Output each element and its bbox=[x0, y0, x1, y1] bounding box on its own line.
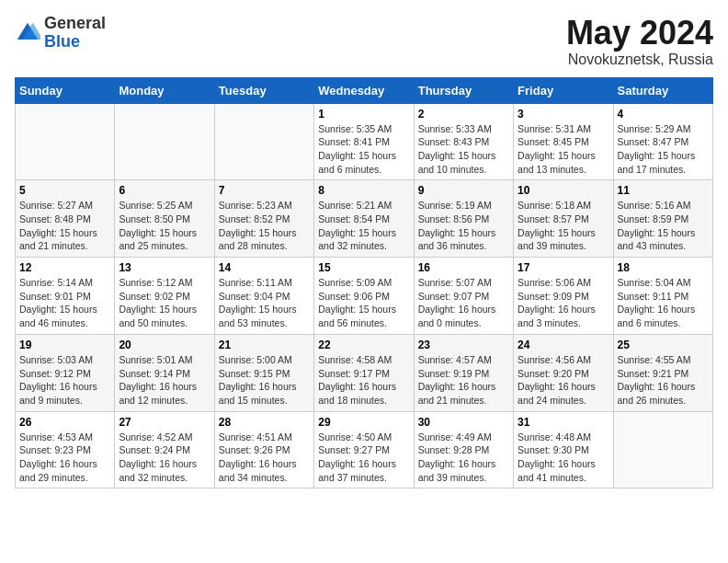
day-info: Sunrise: 4:50 AM Sunset: 9:27 PM Dayligh… bbox=[318, 431, 409, 485]
day-cell bbox=[613, 411, 712, 488]
day-number: 10 bbox=[518, 184, 609, 197]
weekday-saturday: Saturday bbox=[613, 77, 712, 103]
day-number: 23 bbox=[418, 339, 509, 351]
day-info: Sunrise: 5:01 AM Sunset: 9:14 PM Dayligh… bbox=[119, 353, 210, 408]
day-number: 31 bbox=[518, 416, 609, 429]
logo-blue-text: Blue bbox=[44, 32, 80, 51]
day-number: 21 bbox=[219, 339, 310, 351]
day-info: Sunrise: 5:04 AM Sunset: 9:11 PM Dayligh… bbox=[618, 276, 709, 330]
calendar-body: 1Sunrise: 5:35 AM Sunset: 8:41 PM Daylig… bbox=[16, 103, 713, 488]
weekday-header-row: SundayMondayTuesdayWednesdayThursdayFrid… bbox=[16, 77, 713, 103]
month-year-title: May 2024 bbox=[566, 15, 713, 52]
day-number: 24 bbox=[518, 339, 609, 351]
day-info: Sunrise: 4:55 AM Sunset: 9:21 PM Dayligh… bbox=[618, 353, 709, 408]
day-cell: 21Sunrise: 5:00 AM Sunset: 9:15 PM Dayli… bbox=[214, 334, 313, 411]
day-info: Sunrise: 4:57 AM Sunset: 9:19 PM Dayligh… bbox=[418, 353, 509, 408]
calendar-header: SundayMondayTuesdayWednesdayThursdayFrid… bbox=[16, 77, 713, 103]
day-cell: 7Sunrise: 5:23 AM Sunset: 8:52 PM Daylig… bbox=[214, 180, 313, 258]
day-number: 17 bbox=[518, 261, 609, 274]
title-block: May 2024 Novokuznetsk, Russia bbox=[566, 15, 713, 68]
day-cell: 13Sunrise: 5:12 AM Sunset: 9:02 PM Dayli… bbox=[115, 258, 214, 335]
day-cell: 22Sunrise: 4:58 AM Sunset: 9:17 PM Dayli… bbox=[314, 334, 414, 411]
day-number: 15 bbox=[318, 261, 409, 274]
day-info: Sunrise: 5:16 AM Sunset: 8:59 PM Dayligh… bbox=[618, 199, 709, 253]
logo-icon bbox=[15, 20, 40, 46]
location-title: Novokuznetsk, Russia bbox=[566, 52, 713, 68]
day-cell bbox=[16, 103, 115, 180]
day-number: 3 bbox=[518, 108, 609, 121]
weekday-sunday: Sunday bbox=[16, 77, 115, 103]
day-number: 27 bbox=[119, 416, 210, 429]
day-cell: 31Sunrise: 4:48 AM Sunset: 9:30 PM Dayli… bbox=[514, 411, 613, 488]
day-info: Sunrise: 4:58 AM Sunset: 9:17 PM Dayligh… bbox=[318, 353, 409, 408]
day-number: 1 bbox=[318, 108, 409, 121]
day-cell: 27Sunrise: 4:52 AM Sunset: 9:24 PM Dayli… bbox=[115, 411, 214, 488]
day-number: 5 bbox=[19, 184, 110, 197]
day-info: Sunrise: 4:49 AM Sunset: 9:28 PM Dayligh… bbox=[418, 431, 509, 485]
day-info: Sunrise: 5:19 AM Sunset: 8:56 PM Dayligh… bbox=[418, 199, 509, 253]
day-cell: 24Sunrise: 4:56 AM Sunset: 9:20 PM Dayli… bbox=[514, 334, 613, 411]
day-cell bbox=[115, 103, 214, 180]
day-cell: 23Sunrise: 4:57 AM Sunset: 9:19 PM Dayli… bbox=[414, 334, 513, 411]
day-number: 7 bbox=[219, 184, 310, 197]
day-cell: 5Sunrise: 5:27 AM Sunset: 8:48 PM Daylig… bbox=[16, 180, 115, 258]
day-number: 13 bbox=[119, 261, 210, 274]
day-number: 9 bbox=[418, 184, 509, 197]
day-cell: 26Sunrise: 4:53 AM Sunset: 9:23 PM Dayli… bbox=[16, 411, 115, 488]
day-number: 2 bbox=[418, 108, 509, 121]
day-number: 28 bbox=[219, 416, 310, 429]
day-info: Sunrise: 5:27 AM Sunset: 8:48 PM Dayligh… bbox=[19, 199, 110, 253]
day-number: 4 bbox=[618, 108, 709, 121]
day-info: Sunrise: 4:51 AM Sunset: 9:26 PM Dayligh… bbox=[219, 431, 310, 485]
day-cell: 11Sunrise: 5:16 AM Sunset: 8:59 PM Dayli… bbox=[613, 180, 712, 258]
day-info: Sunrise: 5:03 AM Sunset: 9:12 PM Dayligh… bbox=[19, 353, 110, 408]
day-number: 30 bbox=[418, 416, 509, 429]
day-number: 16 bbox=[418, 261, 509, 274]
day-info: Sunrise: 5:33 AM Sunset: 8:43 PM Dayligh… bbox=[418, 122, 509, 177]
weekday-monday: Monday bbox=[115, 77, 214, 103]
day-info: Sunrise: 5:29 AM Sunset: 8:47 PM Dayligh… bbox=[618, 122, 709, 177]
logo-general-text: General bbox=[44, 14, 106, 32]
logo-text: General Blue bbox=[44, 15, 106, 52]
weekday-thursday: Thursday bbox=[414, 77, 513, 103]
day-cell: 28Sunrise: 4:51 AM Sunset: 9:26 PM Dayli… bbox=[214, 411, 313, 488]
day-cell: 2Sunrise: 5:33 AM Sunset: 8:43 PM Daylig… bbox=[414, 103, 513, 180]
day-cell: 18Sunrise: 5:04 AM Sunset: 9:11 PM Dayli… bbox=[613, 258, 712, 335]
day-info: Sunrise: 5:31 AM Sunset: 8:45 PM Dayligh… bbox=[518, 122, 609, 177]
day-info: Sunrise: 5:14 AM Sunset: 9:01 PM Dayligh… bbox=[19, 276, 110, 330]
page-header: General Blue May 2024 Novokuznetsk, Russ… bbox=[15, 15, 713, 68]
day-info: Sunrise: 5:25 AM Sunset: 8:50 PM Dayligh… bbox=[119, 199, 210, 253]
weekday-friday: Friday bbox=[514, 77, 613, 103]
day-cell: 10Sunrise: 5:18 AM Sunset: 8:57 PM Dayli… bbox=[514, 180, 613, 258]
day-number: 12 bbox=[19, 261, 110, 274]
week-row-5: 26Sunrise: 4:53 AM Sunset: 9:23 PM Dayli… bbox=[16, 411, 713, 488]
day-cell: 12Sunrise: 5:14 AM Sunset: 9:01 PM Dayli… bbox=[16, 258, 115, 335]
day-number: 20 bbox=[119, 339, 210, 351]
day-number: 19 bbox=[19, 339, 110, 351]
weekday-tuesday: Tuesday bbox=[214, 77, 313, 103]
day-number: 18 bbox=[618, 261, 709, 274]
calendar-table: SundayMondayTuesdayWednesdayThursdayFrid… bbox=[15, 77, 713, 489]
day-info: Sunrise: 5:21 AM Sunset: 8:54 PM Dayligh… bbox=[318, 199, 409, 253]
day-info: Sunrise: 5:35 AM Sunset: 8:41 PM Dayligh… bbox=[318, 122, 409, 177]
day-info: Sunrise: 4:53 AM Sunset: 9:23 PM Dayligh… bbox=[19, 431, 110, 485]
logo: General Blue bbox=[15, 15, 106, 52]
day-cell: 1Sunrise: 5:35 AM Sunset: 8:41 PM Daylig… bbox=[314, 103, 414, 180]
weekday-wednesday: Wednesday bbox=[314, 77, 414, 103]
day-info: Sunrise: 5:11 AM Sunset: 9:04 PM Dayligh… bbox=[219, 276, 310, 330]
week-row-3: 12Sunrise: 5:14 AM Sunset: 9:01 PM Dayli… bbox=[16, 258, 713, 335]
day-number: 8 bbox=[318, 184, 409, 197]
week-row-4: 19Sunrise: 5:03 AM Sunset: 9:12 PM Dayli… bbox=[16, 334, 713, 411]
day-info: Sunrise: 5:07 AM Sunset: 9:07 PM Dayligh… bbox=[418, 276, 509, 330]
day-number: 6 bbox=[119, 184, 210, 197]
day-cell: 6Sunrise: 5:25 AM Sunset: 8:50 PM Daylig… bbox=[115, 180, 214, 258]
day-number: 29 bbox=[318, 416, 409, 429]
day-info: Sunrise: 4:48 AM Sunset: 9:30 PM Dayligh… bbox=[518, 431, 609, 485]
day-cell: 29Sunrise: 4:50 AM Sunset: 9:27 PM Dayli… bbox=[314, 411, 414, 488]
day-info: Sunrise: 4:52 AM Sunset: 9:24 PM Dayligh… bbox=[119, 431, 210, 485]
day-info: Sunrise: 5:18 AM Sunset: 8:57 PM Dayligh… bbox=[518, 199, 609, 253]
day-cell: 19Sunrise: 5:03 AM Sunset: 9:12 PM Dayli… bbox=[16, 334, 115, 411]
day-cell: 9Sunrise: 5:19 AM Sunset: 8:56 PM Daylig… bbox=[414, 180, 513, 258]
week-row-1: 1Sunrise: 5:35 AM Sunset: 8:41 PM Daylig… bbox=[16, 103, 713, 180]
day-info: Sunrise: 5:00 AM Sunset: 9:15 PM Dayligh… bbox=[219, 353, 310, 408]
